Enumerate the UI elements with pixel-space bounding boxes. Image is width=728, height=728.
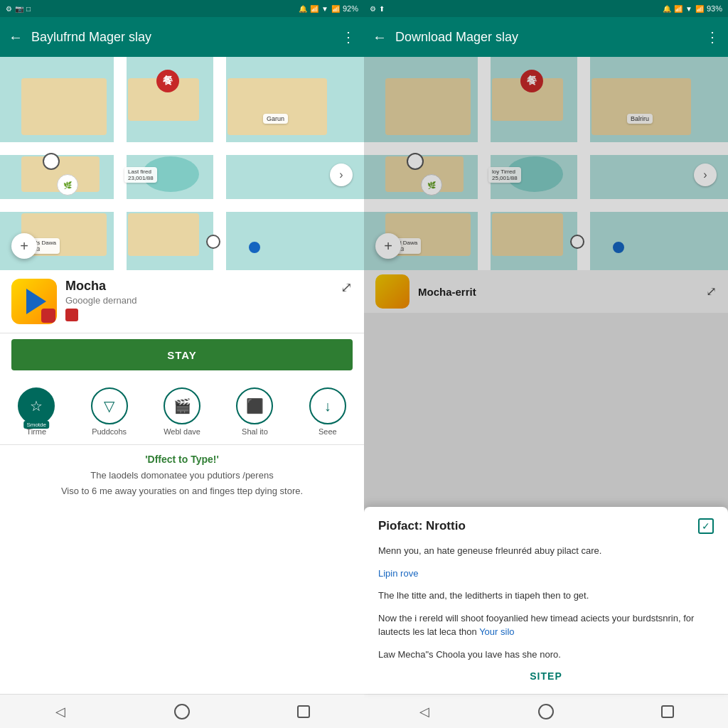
dialog-action: SITEP [378, 670, 714, 682]
left-home-nav[interactable] [168, 697, 196, 726]
signal2-icon: 📶 [331, 5, 340, 13]
icon-item-puddcohs[interactable]: ▽ Puddcohs [73, 385, 145, 439]
tirme-icon-circle: ☆ Smotde [18, 387, 55, 424]
left-icon-row: ☆ Smotde Tirme ▽ Puddcohs 🎬 Webl dave ⬛ … [0, 379, 364, 445]
dialog-link2[interactable]: Your silo [479, 626, 514, 637]
map-label-garun: Garun [263, 114, 288, 124]
icon-item-tirme[interactable]: ☆ Smotde Tirme [0, 385, 73, 439]
icon-item-webldave[interactable]: 🎬 Webl dave [146, 385, 218, 439]
right-map-block6 [492, 213, 563, 256]
right-square-nav-icon [661, 705, 674, 718]
right-battery-text: 93% [707, 4, 722, 13]
dialog-link1[interactable]: Lipin rove [378, 568, 418, 579]
left-app-bar: ← Baylufrnd Mager slay ⋮ [0, 17, 364, 57]
right-map-road-v1 [478, 57, 491, 270]
stay-button[interactable]: STAY [11, 339, 353, 370]
back-button[interactable]: ← [9, 29, 23, 46]
right-wifi-icon: 📶 [674, 5, 682, 13]
dialog-para1: Menn you, an hate geneuse frleunréd abuy… [378, 544, 714, 558]
right-status-bar: ⚙ ⬆ 🔔 📶 ▼ 📶 93% [364, 0, 728, 17]
puddcohs-label: Puddcohs [92, 427, 127, 436]
dialog-para4: Law Mecha"s Choola you lave has she noro… [378, 648, 714, 662]
right-back-button[interactable]: ← [373, 29, 387, 46]
right-map-road-h2 [364, 199, 728, 212]
right-app-bar-title: Download Mager slay [395, 30, 697, 45]
home-nav-icon [174, 704, 190, 719]
left-app-listing: Mocha Gooogle dernand ⤢ [0, 270, 364, 333]
right-square-nav[interactable] [653, 697, 682, 726]
left-nav-bar: ◁ [0, 694, 364, 728]
map-road-v1 [114, 57, 127, 270]
map-nav-btn[interactable]: › [330, 164, 353, 186]
wifi-icon: 📶 [310, 5, 318, 13]
right-map-nav-btn[interactable]: › [694, 164, 717, 186]
right-map-marker2 [570, 235, 584, 249]
dialog-body: Menn you, an hate geneuse frleunréd abuy… [378, 544, 714, 661]
right-settings-icon: ⚙ [370, 5, 376, 13]
right-map-block3 [592, 78, 691, 135]
settings-icon: ⚙ [6, 5, 12, 13]
square-nav-icon [297, 705, 310, 718]
map-logo: 🌿 [57, 174, 78, 196]
seee-label: Seee [318, 427, 337, 436]
map-pin: 餐 [156, 70, 179, 92]
right-map-pin: 餐 [520, 70, 543, 92]
map-block1 [21, 78, 107, 135]
app-developer: Gooogle dernand [65, 295, 332, 306]
map-block6 [128, 213, 199, 256]
left-status-bar: ⚙ 📷 □ 🔔 📶 ▼ 📶 92% [0, 0, 364, 17]
left-promo-section: 'Dffect to Type!' The laodels domonatee … [0, 445, 364, 506]
seee-icon: ↓ [324, 398, 331, 414]
left-back-nav[interactable]: ◁ [46, 697, 75, 726]
right-map-marker3 [613, 242, 624, 253]
icon-item-shalito[interactable]: ⬛ Shal ito [218, 385, 291, 439]
map-marker3 [249, 242, 260, 253]
battery-text: 92% [343, 4, 358, 13]
icon-item-seee[interactable]: ↓ Seee [291, 385, 364, 439]
right-status-right: 🔔 📶 ▼ 📶 93% [663, 4, 722, 13]
square-icon: □ [26, 5, 31, 13]
notification-icon: 🔔 [299, 5, 307, 13]
stay-btn-container: STAY [0, 333, 364, 379]
right-back-nav[interactable]: ◁ [410, 697, 439, 726]
dialog-para3: Now the i rereld will shoot fooyanlied h… [378, 611, 714, 639]
app-rating-icon [65, 309, 78, 321]
seee-icon-circle: ↓ [309, 387, 346, 424]
dialog-title: Piofact: Nrottio [378, 519, 466, 533]
camera-icon: 📷 [15, 5, 23, 13]
map-fab[interactable]: + [11, 233, 37, 259]
signal-icon: ▼ [321, 5, 328, 13]
promo-title: 'Dffect to Type!' [11, 454, 353, 465]
puddcohs-icon: ▽ [104, 397, 114, 414]
dialog-check-icon[interactable]: ✓ [698, 518, 714, 534]
tirme-icon: ☆ [30, 397, 43, 414]
map-label-fired: Last fired 23,001/88 [124, 167, 157, 183]
left-menu-button[interactable]: ⋮ [341, 28, 355, 46]
webldave-icon: 🎬 [173, 397, 191, 414]
left-map-bg: 餐 Last fired 23,001/88 Sunnar's Dawa Lo … [0, 57, 364, 270]
puddcohs-icon-circle: ▽ [91, 387, 128, 424]
external-link-icon[interactable]: ⤢ [341, 279, 353, 296]
right-map-bg: 餐 loy Tirred 25,001/88 Sunpad Dawa Lo 13… [364, 57, 728, 270]
right-home-nav[interactable] [532, 697, 560, 726]
right-menu-button[interactable]: ⋮ [705, 28, 719, 46]
shalito-label: Shal ito [242, 427, 268, 436]
map-marker2 [206, 235, 220, 249]
right-upload-icon: ⬆ [379, 5, 385, 13]
right-map-label-fired: loy Tirred 25,001/88 [488, 167, 521, 183]
right-notification-icon: 🔔 [663, 5, 671, 13]
promo-text-2: Viso to 6 me away youraties on and finge… [11, 485, 353, 498]
map-marker1 [43, 153, 60, 170]
shalito-icon: ⬛ [246, 397, 264, 414]
right-map-label-garun: Balriru [627, 114, 653, 124]
left-square-nav[interactable] [289, 697, 318, 726]
left-map: 餐 Last fired 23,001/88 Sunnar's Dawa Lo … [0, 57, 364, 270]
app-icon-secondary [41, 309, 55, 323]
dialog-action-button[interactable]: SITEP [530, 670, 562, 682]
right-app-bar: ← Download Mager slay ⋮ [364, 17, 728, 57]
left-status-left: ⚙ 📷 □ [6, 5, 31, 13]
right-map-marker1 [407, 153, 424, 170]
back-nav-icon: ◁ [55, 704, 65, 719]
right-map-fab[interactable]: + [375, 233, 401, 259]
left-phone-panel: ⚙ 📷 □ 🔔 📶 ▼ 📶 92% ← Baylufrnd Mager slay… [0, 0, 364, 728]
